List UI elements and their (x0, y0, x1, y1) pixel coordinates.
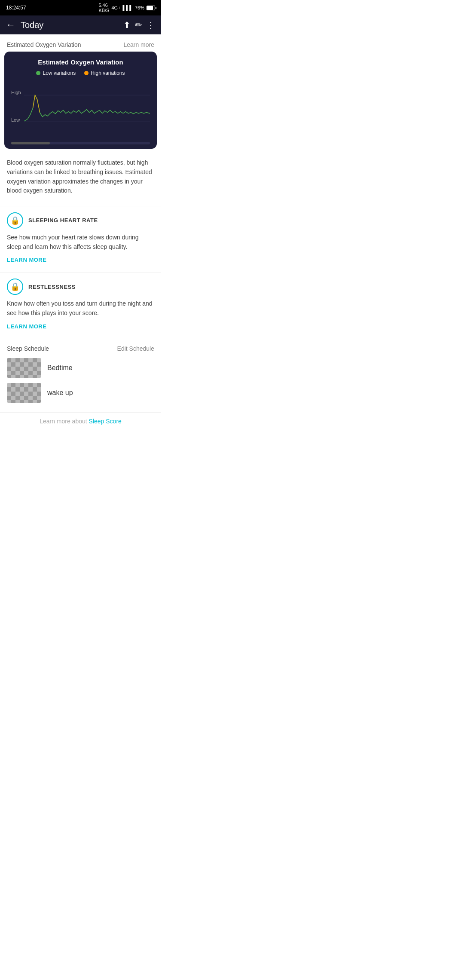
bedtime-label: Bedtime (47, 364, 73, 372)
edit-schedule-button[interactable]: Edit Schedule (117, 345, 154, 352)
bedtime-thumbnail (7, 358, 41, 378)
sleep-schedule-section: Sleep Schedule Edit Schedule Bedtime (0, 339, 161, 412)
page-title: Today (21, 20, 119, 30)
oxygen-learn-more[interactable]: Learn more (123, 41, 154, 48)
restlessness-label: RESTLESSNESS (28, 284, 76, 290)
oxygen-section-header: Estimated Oxygen Variation Learn more (0, 34, 161, 52)
legend-low-label: Low variations (43, 70, 76, 76)
sleeping-heart-rate-desc: See how much your heart rate slows down … (7, 233, 154, 251)
legend-high-label: High variations (91, 70, 125, 76)
oxygen-description: Blood oxygen saturation normally fluctua… (0, 154, 161, 206)
sleep-schedule-header: Sleep Schedule Edit Schedule (7, 345, 154, 352)
status-time: 18:24:57 (6, 5, 26, 11)
footer-hint: Learn more about Sleep Score (0, 412, 161, 433)
sleeping-heart-rate-label: SLEEPING HEART RATE (28, 217, 98, 224)
chart-scrollbar-thumb (11, 142, 50, 144)
restlessness-lock-icon: 🔒 (10, 282, 20, 291)
restlessness-header: 🔒 RESTLESSNESS (7, 279, 154, 295)
wakeup-item: wake up (7, 383, 154, 403)
sleeping-heart-rate-lock-icon-wrap: 🔒 (7, 212, 23, 229)
sleeping-heart-rate-section: 🔒 SLEEPING HEART RATE See how much your … (0, 206, 161, 272)
chart-svg-wrapper: High Low (11, 82, 150, 138)
sleeping-heart-rate-learn-more[interactable]: LEARN MORE (7, 257, 46, 263)
legend-low: Low variations (36, 70, 76, 76)
restlessness-desc: Know how often you toss and turn during … (7, 299, 154, 318)
legend-low-dot (36, 71, 40, 75)
sleep-score-link[interactable]: Sleep Score (89, 418, 122, 425)
chart-scrollbar[interactable] (11, 142, 150, 144)
restlessness-learn-more[interactable]: LEARN MORE (7, 323, 46, 330)
chart-legend: Low variations High variations (11, 70, 150, 76)
edit-button[interactable]: ✏ (135, 20, 142, 30)
restlessness-lock-icon-wrap: 🔒 (7, 279, 23, 295)
oxygen-chart-card: Estimated Oxygen Variation Low variation… (4, 52, 157, 149)
sleeping-heart-rate-header: 🔒 SLEEPING HEART RATE (7, 212, 154, 229)
sleeping-heart-rate-lock-icon: 🔒 (10, 216, 20, 225)
main-content: Estimated Oxygen Variation Learn more Es… (0, 34, 161, 433)
wakeup-label: wake up (47, 389, 73, 397)
bedtime-item: Bedtime (7, 358, 154, 378)
share-button[interactable]: ⬆ (123, 20, 131, 30)
battery-icon (147, 6, 155, 10)
more-options-button[interactable]: ⋮ (147, 20, 155, 30)
network-icon: 4G+ (111, 5, 120, 10)
wakeup-thumbnail (7, 383, 41, 403)
footer-text: Learn more about (40, 418, 87, 425)
back-button[interactable]: ← (6, 20, 15, 30)
status-right-icons: 5.46 KB/S 4G+ ▌▌▌ 76% (98, 3, 155, 13)
legend-high-dot (84, 71, 89, 75)
legend-high: High variations (84, 70, 125, 76)
oxygen-chart-svg (11, 82, 150, 138)
status-bar: 18:24:57 5.46 KB/S 4G+ ▌▌▌ 76% (0, 0, 161, 15)
chart-label-high: High (11, 90, 21, 95)
status-speed: 5.46 KB/S (98, 3, 109, 13)
chart-label-low: Low (11, 117, 20, 122)
oxygen-section-title: Estimated Oxygen Variation (7, 41, 81, 48)
battery-level: 76% (135, 5, 144, 10)
chart-title: Estimated Oxygen Variation (11, 58, 150, 66)
top-app-bar: ← Today ⬆ ✏ ⋮ (0, 15, 161, 34)
sleep-schedule-title: Sleep Schedule (7, 345, 49, 352)
signal-icon: ▌▌▌ (123, 5, 133, 10)
restlessness-section: 🔒 RESTLESSNESS Know how often you toss a… (0, 272, 161, 338)
